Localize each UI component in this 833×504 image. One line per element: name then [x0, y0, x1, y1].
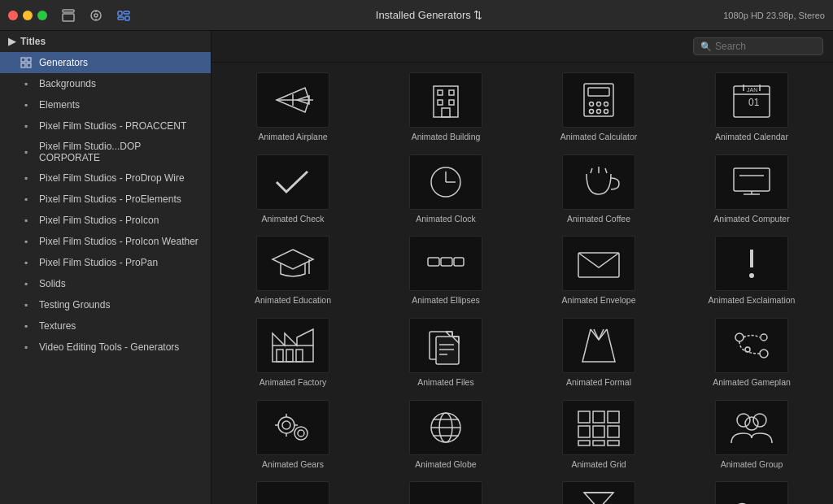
svg-rect-6	[118, 11, 122, 15]
generator-thumb-building	[409, 72, 482, 128]
generator-item-group[interactable]: Animated Group	[677, 397, 826, 476]
toolbar-effects-icon[interactable]	[112, 4, 135, 27]
generator-label-education: Animated Education	[255, 295, 331, 306]
generator-label-files: Animated Files	[417, 377, 473, 389]
search-bar: 🔍	[212, 31, 833, 63]
generator-item-globe[interactable]: Animated Globe	[371, 397, 521, 476]
proicon-weather-icon: ▪	[20, 235, 33, 248]
generator-item-check[interactable]: Animated Check	[218, 151, 368, 230]
svg-rect-85	[578, 426, 590, 437]
sidebar-item-proelements[interactable]: ▪ Pixel Film Studios - ProElements	[0, 189, 211, 210]
svg-rect-42	[734, 168, 770, 191]
generator-item-computer[interactable]: Animated Computer	[677, 151, 826, 230]
sidebar-item-propan[interactable]: ▪ Pixel Film Studios - ProPan	[0, 252, 211, 273]
search-input[interactable]	[715, 41, 816, 52]
generator-item-files[interactable]: Animated Files	[371, 315, 521, 393]
svg-rect-50	[454, 258, 464, 266]
sidebar-item-proaccent[interactable]: ▪ Pixel Film Studios - PROACCENT	[0, 115, 211, 137]
titlebar: Installed Generators ⇅ 1080p HD 23.98p, …	[0, 0, 833, 31]
sidebar-item-generators[interactable]: Generators	[0, 52, 211, 73]
generator-item-ellipses[interactable]: Animated Ellipses	[371, 232, 521, 311]
svg-point-70	[282, 421, 290, 429]
svg-rect-10	[21, 58, 25, 62]
sidebar-item-proicon-weather[interactable]: ▪ Pixel Film Studios - ProIcon Weather	[0, 231, 211, 252]
svg-rect-21	[442, 108, 450, 117]
generator-item-building[interactable]: Animated Building	[371, 69, 521, 148]
generator-label-grid: Animated Grid	[571, 459, 626, 471]
generator-item-airplane[interactable]: Animated Airplane	[218, 69, 368, 148]
generator-item-envelope[interactable]: Animated Envelope	[524, 232, 674, 311]
svg-rect-82	[578, 411, 590, 423]
generator-item-grid[interactable]: Animated Grid	[524, 397, 674, 476]
minimize-button[interactable]	[23, 11, 33, 20]
sidebar-item-dop[interactable]: ▪ Pixel Film Studio...DOP CORPORATE	[0, 137, 211, 167]
generator-item-formal[interactable]: Animated Formal	[524, 315, 674, 393]
sidebar-item-video-editing[interactable]: ▪ Video Editing Tools - Generators	[0, 337, 211, 358]
generator-thumb-more1	[409, 481, 482, 504]
svg-rect-89	[593, 441, 604, 445]
generator-item-more1[interactable]	[371, 478, 521, 504]
sidebar-item-label: Solids	[39, 278, 66, 289]
generator-grid-area: Animated AirplaneAnimated BuildingAnimat…	[212, 63, 833, 504]
generator-label-formal: Animated Formal	[566, 377, 631, 389]
resolution-info: 1080p HD 23.98p, Stereo	[723, 11, 825, 20]
svg-point-72	[298, 430, 304, 437]
generator-item-handshake[interactable]: Animated Handshake	[218, 478, 368, 504]
generator-label-coffee: Animated Coffee	[567, 214, 630, 225]
generator-thumb-airplane	[256, 72, 329, 128]
generator-thumb-calculator	[562, 72, 635, 128]
generator-thumb-exclamation	[715, 236, 788, 291]
generator-thumb-coffee	[562, 154, 635, 210]
generator-item-more2[interactable]	[677, 478, 826, 504]
toolbar-clip-icon[interactable]	[57, 4, 80, 27]
generator-label-group: Animated Group	[721, 459, 783, 471]
generator-item-calendar[interactable]: JAN01Animated Calendar	[677, 69, 826, 148]
maximize-button[interactable]	[37, 11, 47, 20]
svg-rect-49	[441, 258, 452, 266]
generator-item-factory[interactable]: Animated Factory	[218, 315, 368, 393]
svg-marker-46	[273, 250, 313, 269]
generator-item-gears[interactable]: Animated Gears	[218, 397, 368, 476]
generator-item-calculator[interactable]: Animated Calculator	[524, 69, 674, 148]
generator-label-airplane: Animated Airplane	[258, 132, 327, 143]
generator-item-exclamation[interactable]: Animated Exclaimation	[677, 232, 826, 311]
search-wrapper: 🔍	[693, 37, 823, 55]
sidebar-item-backgrounds[interactable]: ▪ Backgrounds	[0, 73, 211, 94]
svg-point-91	[737, 414, 750, 427]
svg-point-66	[760, 350, 768, 358]
svg-rect-23	[588, 88, 609, 96]
svg-rect-57	[296, 350, 303, 362]
svg-point-93	[745, 417, 758, 430]
generator-item-education[interactable]: Animated Education	[218, 232, 368, 311]
sidebar-item-testing[interactable]: ▪ Testing Grounds	[0, 294, 211, 315]
generator-item-gameplan[interactable]: Animated Gameplan	[677, 315, 826, 393]
svg-rect-86	[593, 426, 604, 437]
svg-point-71	[294, 427, 307, 440]
generator-label-calculator: Animated Calculator	[560, 132, 638, 143]
sidebar-item-elements[interactable]: ▪ Elements	[0, 94, 211, 115]
generator-label-gameplan: Animated Gameplan	[713, 377, 791, 389]
close-button[interactable]	[8, 11, 18, 20]
svg-rect-12	[21, 63, 25, 67]
sidebar-item-label: Video Editing Tools - Generators	[39, 341, 179, 353]
sidebar-item-textures[interactable]: ▪ Textures	[0, 315, 211, 337]
svg-rect-1	[63, 14, 74, 21]
svg-line-39	[591, 168, 592, 173]
sidebar-item-label: Textures	[39, 320, 76, 332]
sidebar-item-proicon[interactable]: ▪ Pixel Film Studios - ProIcon	[0, 210, 211, 231]
sidebar-item-solids[interactable]: ▪ Solids	[0, 273, 211, 294]
generator-item-hourglass[interactable]: Animated Hourglass	[524, 478, 674, 504]
generator-label-exclamation: Animated Exclaimation	[709, 295, 796, 306]
svg-rect-20	[449, 100, 454, 105]
svg-point-68	[745, 347, 750, 352]
sidebar-item-prodrop[interactable]: ▪ Pixel Film Studios - ProDrop Wire	[0, 167, 211, 189]
sidebar-item-label: Pixel Film Studios - PROACCENT	[39, 120, 186, 132]
propan-icon: ▪	[20, 256, 33, 269]
toolbar-media-icon[interactable]	[85, 4, 107, 27]
generator-thumb-clock	[409, 154, 482, 210]
generator-label-computer: Animated Computer	[713, 214, 789, 225]
generator-item-coffee[interactable]: Animated Coffee	[524, 151, 674, 230]
generator-item-clock[interactable]: Animated Clock	[371, 151, 521, 230]
generator-thumb-formal	[562, 318, 635, 373]
titles-icon: ▶	[8, 36, 15, 47]
